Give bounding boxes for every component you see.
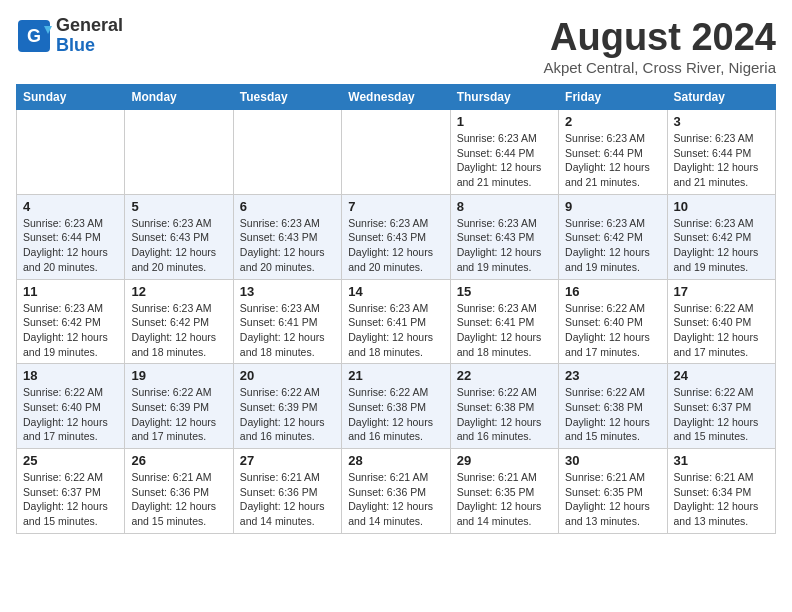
day-number: 21 <box>348 368 443 383</box>
day-number: 8 <box>457 199 552 214</box>
table-row: 25Sunrise: 6:22 AM Sunset: 6:37 PM Dayli… <box>17 449 125 534</box>
day-number: 26 <box>131 453 226 468</box>
day-info: Sunrise: 6:22 AM Sunset: 6:40 PM Dayligh… <box>674 301 769 360</box>
table-row <box>342 110 450 195</box>
day-info: Sunrise: 6:21 AM Sunset: 6:36 PM Dayligh… <box>131 470 226 529</box>
table-row: 11Sunrise: 6:23 AM Sunset: 6:42 PM Dayli… <box>17 279 125 364</box>
table-row: 8Sunrise: 6:23 AM Sunset: 6:43 PM Daylig… <box>450 194 558 279</box>
logo-line1: General <box>56 16 123 36</box>
title-block: August 2024 Akpet Central, Cross River, … <box>543 16 776 76</box>
calendar-week-1: 1Sunrise: 6:23 AM Sunset: 6:44 PM Daylig… <box>17 110 776 195</box>
day-info: Sunrise: 6:23 AM Sunset: 6:43 PM Dayligh… <box>348 216 443 275</box>
day-number: 17 <box>674 284 769 299</box>
table-row: 28Sunrise: 6:21 AM Sunset: 6:36 PM Dayli… <box>342 449 450 534</box>
col-monday: Monday <box>125 85 233 110</box>
day-info: Sunrise: 6:23 AM Sunset: 6:41 PM Dayligh… <box>240 301 335 360</box>
col-sunday: Sunday <box>17 85 125 110</box>
table-row: 29Sunrise: 6:21 AM Sunset: 6:35 PM Dayli… <box>450 449 558 534</box>
day-info: Sunrise: 6:22 AM Sunset: 6:38 PM Dayligh… <box>457 385 552 444</box>
day-number: 30 <box>565 453 660 468</box>
day-info: Sunrise: 6:22 AM Sunset: 6:37 PM Dayligh… <box>674 385 769 444</box>
day-number: 7 <box>348 199 443 214</box>
day-number: 4 <box>23 199 118 214</box>
table-row: 3Sunrise: 6:23 AM Sunset: 6:44 PM Daylig… <box>667 110 775 195</box>
day-info: Sunrise: 6:21 AM Sunset: 6:36 PM Dayligh… <box>240 470 335 529</box>
logo-line2: Blue <box>56 36 123 56</box>
day-number: 9 <box>565 199 660 214</box>
day-number: 20 <box>240 368 335 383</box>
table-row: 14Sunrise: 6:23 AM Sunset: 6:41 PM Dayli… <box>342 279 450 364</box>
day-info: Sunrise: 6:22 AM Sunset: 6:38 PM Dayligh… <box>565 385 660 444</box>
day-info: Sunrise: 6:23 AM Sunset: 6:42 PM Dayligh… <box>565 216 660 275</box>
day-info: Sunrise: 6:23 AM Sunset: 6:44 PM Dayligh… <box>565 131 660 190</box>
day-info: Sunrise: 6:22 AM Sunset: 6:39 PM Dayligh… <box>131 385 226 444</box>
day-number: 18 <box>23 368 118 383</box>
day-number: 14 <box>348 284 443 299</box>
day-info: Sunrise: 6:21 AM Sunset: 6:35 PM Dayligh… <box>565 470 660 529</box>
table-row: 21Sunrise: 6:22 AM Sunset: 6:38 PM Dayli… <box>342 364 450 449</box>
month-year: August 2024 <box>543 16 776 59</box>
day-info: Sunrise: 6:21 AM Sunset: 6:34 PM Dayligh… <box>674 470 769 529</box>
table-row: 22Sunrise: 6:22 AM Sunset: 6:38 PM Dayli… <box>450 364 558 449</box>
col-wednesday: Wednesday <box>342 85 450 110</box>
col-saturday: Saturday <box>667 85 775 110</box>
day-number: 27 <box>240 453 335 468</box>
header: G General Blue August 2024 Akpet Central… <box>16 16 776 76</box>
table-row: 5Sunrise: 6:23 AM Sunset: 6:43 PM Daylig… <box>125 194 233 279</box>
day-number: 15 <box>457 284 552 299</box>
location: Akpet Central, Cross River, Nigeria <box>543 59 776 76</box>
table-row: 10Sunrise: 6:23 AM Sunset: 6:42 PM Dayli… <box>667 194 775 279</box>
table-row: 2Sunrise: 6:23 AM Sunset: 6:44 PM Daylig… <box>559 110 667 195</box>
table-row: 17Sunrise: 6:22 AM Sunset: 6:40 PM Dayli… <box>667 279 775 364</box>
day-number: 29 <box>457 453 552 468</box>
table-row: 15Sunrise: 6:23 AM Sunset: 6:41 PM Dayli… <box>450 279 558 364</box>
table-row: 6Sunrise: 6:23 AM Sunset: 6:43 PM Daylig… <box>233 194 341 279</box>
day-number: 19 <box>131 368 226 383</box>
day-info: Sunrise: 6:23 AM Sunset: 6:42 PM Dayligh… <box>674 216 769 275</box>
day-number: 25 <box>23 453 118 468</box>
table-row: 20Sunrise: 6:22 AM Sunset: 6:39 PM Dayli… <box>233 364 341 449</box>
table-row: 30Sunrise: 6:21 AM Sunset: 6:35 PM Dayli… <box>559 449 667 534</box>
calendar-table: Sunday Monday Tuesday Wednesday Thursday… <box>16 84 776 534</box>
day-info: Sunrise: 6:23 AM Sunset: 6:41 PM Dayligh… <box>348 301 443 360</box>
day-info: Sunrise: 6:21 AM Sunset: 6:35 PM Dayligh… <box>457 470 552 529</box>
calendar-week-3: 11Sunrise: 6:23 AM Sunset: 6:42 PM Dayli… <box>17 279 776 364</box>
logo: G General Blue <box>16 16 123 56</box>
day-info: Sunrise: 6:23 AM Sunset: 6:44 PM Dayligh… <box>674 131 769 190</box>
day-number: 31 <box>674 453 769 468</box>
table-row: 9Sunrise: 6:23 AM Sunset: 6:42 PM Daylig… <box>559 194 667 279</box>
day-info: Sunrise: 6:23 AM Sunset: 6:43 PM Dayligh… <box>131 216 226 275</box>
table-row: 4Sunrise: 6:23 AM Sunset: 6:44 PM Daylig… <box>17 194 125 279</box>
table-row: 1Sunrise: 6:23 AM Sunset: 6:44 PM Daylig… <box>450 110 558 195</box>
table-row <box>17 110 125 195</box>
table-row: 13Sunrise: 6:23 AM Sunset: 6:41 PM Dayli… <box>233 279 341 364</box>
day-number: 11 <box>23 284 118 299</box>
day-info: Sunrise: 6:22 AM Sunset: 6:37 PM Dayligh… <box>23 470 118 529</box>
day-number: 16 <box>565 284 660 299</box>
calendar-week-4: 18Sunrise: 6:22 AM Sunset: 6:40 PM Dayli… <box>17 364 776 449</box>
day-number: 13 <box>240 284 335 299</box>
calendar-week-5: 25Sunrise: 6:22 AM Sunset: 6:37 PM Dayli… <box>17 449 776 534</box>
table-row: 26Sunrise: 6:21 AM Sunset: 6:36 PM Dayli… <box>125 449 233 534</box>
day-number: 5 <box>131 199 226 214</box>
table-row: 12Sunrise: 6:23 AM Sunset: 6:42 PM Dayli… <box>125 279 233 364</box>
calendar-wrapper: G General Blue August 2024 Akpet Central… <box>16 16 776 534</box>
table-row: 27Sunrise: 6:21 AM Sunset: 6:36 PM Dayli… <box>233 449 341 534</box>
table-row: 31Sunrise: 6:21 AM Sunset: 6:34 PM Dayli… <box>667 449 775 534</box>
day-info: Sunrise: 6:23 AM Sunset: 6:42 PM Dayligh… <box>23 301 118 360</box>
day-number: 2 <box>565 114 660 129</box>
day-number: 1 <box>457 114 552 129</box>
table-row: 18Sunrise: 6:22 AM Sunset: 6:40 PM Dayli… <box>17 364 125 449</box>
table-row: 16Sunrise: 6:22 AM Sunset: 6:40 PM Dayli… <box>559 279 667 364</box>
day-info: Sunrise: 6:21 AM Sunset: 6:36 PM Dayligh… <box>348 470 443 529</box>
day-info: Sunrise: 6:22 AM Sunset: 6:38 PM Dayligh… <box>348 385 443 444</box>
day-info: Sunrise: 6:22 AM Sunset: 6:40 PM Dayligh… <box>565 301 660 360</box>
day-info: Sunrise: 6:22 AM Sunset: 6:40 PM Dayligh… <box>23 385 118 444</box>
table-row <box>233 110 341 195</box>
day-number: 12 <box>131 284 226 299</box>
day-info: Sunrise: 6:23 AM Sunset: 6:43 PM Dayligh… <box>457 216 552 275</box>
day-number: 6 <box>240 199 335 214</box>
calendar-week-2: 4Sunrise: 6:23 AM Sunset: 6:44 PM Daylig… <box>17 194 776 279</box>
day-number: 22 <box>457 368 552 383</box>
col-tuesday: Tuesday <box>233 85 341 110</box>
